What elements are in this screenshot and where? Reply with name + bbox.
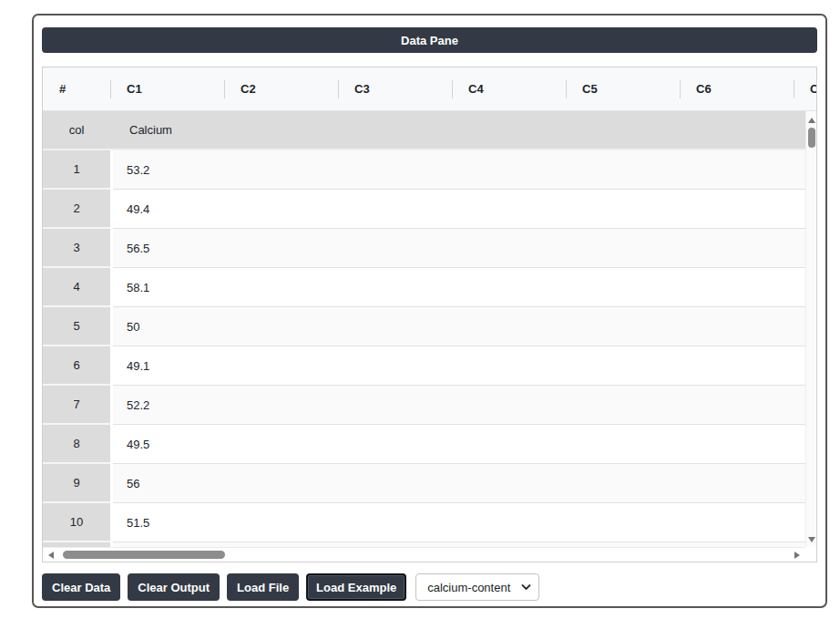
vertical-scrollbar-thumb[interactable]: [808, 128, 815, 148]
table-row: 4 58.1: [43, 268, 805, 307]
row-value-cell[interactable]: 49.4: [113, 190, 805, 229]
table-row: 5 50: [43, 307, 805, 346]
row-index-cell: 9: [43, 464, 110, 503]
column-header-label: #: [43, 82, 66, 96]
column-name-row: col Calcium: [43, 111, 805, 150]
column-header-label: C7: [794, 82, 816, 96]
column-header-c6: C6: [680, 67, 794, 110]
row-value-cell[interactable]: 49.5: [113, 425, 805, 464]
column-separator: [794, 80, 794, 98]
table-row: 7 52.2: [43, 386, 805, 425]
toolbar: Clear DataClear OutputLoad FileLoad Exam…: [42, 573, 817, 601]
scroll-right-arrow-icon[interactable]: [794, 552, 800, 559]
page-title: Data Pane: [42, 27, 817, 53]
row-index-cell: 6: [43, 346, 110, 386]
row-value-cell[interactable]: 56: [113, 464, 805, 503]
clear-output-button[interactable]: Clear Output: [128, 573, 220, 601]
column-separator: [566, 80, 567, 98]
column-separator: [452, 80, 453, 98]
load-example-button[interactable]: Load Example: [306, 573, 406, 601]
column-header-label: C5: [566, 82, 598, 96]
column-header-c4: C4: [452, 67, 566, 110]
horizontal-scrollbar[interactable]: [43, 547, 805, 562]
table-body: col Calcium 1 53.2 2 49.4 3 56.5 4 58.1 …: [43, 111, 805, 547]
column-header-label: C3: [338, 82, 370, 96]
row-value-cell[interactable]: 50: [113, 307, 805, 346]
row-index-cell: 10: [43, 503, 110, 542]
table-row: 6 49.1: [43, 346, 805, 386]
horizontal-scrollbar-thumb[interactable]: [63, 551, 225, 559]
row-index-cell: col: [43, 111, 110, 150]
scroll-up-arrow-icon[interactable]: [808, 118, 815, 123]
row-value-cell[interactable]: 56.5: [113, 229, 805, 268]
vertical-scrollbar[interactable]: [805, 111, 816, 547]
row-index-cell: 7: [43, 386, 110, 425]
scroll-down-arrow-icon[interactable]: [808, 537, 815, 542]
row-index-cell: 5: [43, 307, 110, 346]
example-select[interactable]: calcium-content: [415, 573, 539, 601]
row-index-cell: 2: [43, 190, 110, 229]
column-header-label: C2: [224, 82, 256, 96]
column-header-c1: C1: [110, 67, 224, 110]
column-header-c2: C2: [224, 67, 338, 110]
column-header-num: #: [43, 67, 110, 110]
row-index-cell: 3: [43, 229, 110, 268]
row-value-cell[interactable]: Calcium: [113, 111, 805, 150]
column-separator: [224, 80, 225, 98]
row-value-cell[interactable]: 51.5: [113, 503, 805, 542]
column-header-c3: C3: [338, 67, 452, 110]
clear-data-button[interactable]: Clear Data: [42, 573, 120, 601]
table-row: 2 49.4: [43, 190, 805, 229]
column-header-c7: C7: [794, 67, 816, 110]
table-row: 9 56: [43, 464, 805, 503]
table-row: 10 51.5: [43, 503, 805, 542]
column-header-label: C4: [452, 82, 484, 96]
row-index-cell: 4: [43, 268, 110, 307]
column-header-c5: C5: [566, 67, 680, 110]
column-separator: [338, 80, 339, 98]
row-value-cell[interactable]: 58.1: [113, 268, 805, 307]
column-header-label: C1: [110, 82, 142, 96]
row-value-cell[interactable]: 53.2: [113, 150, 805, 190]
scroll-left-arrow-icon[interactable]: [48, 552, 54, 559]
table-row: 8 49.5: [43, 425, 805, 464]
data-pane-window: Data Pane # C1 C2 C3 C4 C5 C6 C7 col Cal…: [32, 14, 827, 608]
table-header-row: # C1 C2 C3 C4 C5 C6 C7: [43, 67, 816, 111]
row-index-cell: 1: [43, 150, 110, 190]
load-file-button[interactable]: Load File: [227, 573, 299, 601]
row-value-cell[interactable]: 49.1: [113, 346, 805, 386]
table-row: 1 53.2: [43, 150, 805, 190]
toolbar-buttons: Clear DataClear OutputLoad FileLoad Exam…: [42, 573, 406, 601]
table-row: 3 56.5: [43, 229, 805, 268]
column-separator: [680, 80, 681, 98]
row-index-cell: 8: [43, 425, 110, 464]
column-separator: [110, 80, 111, 98]
column-header-label: C6: [680, 82, 712, 96]
example-select-wrap: calcium-content: [415, 573, 539, 601]
row-value-cell[interactable]: 52.2: [113, 386, 805, 425]
data-table-panel: # C1 C2 C3 C4 C5 C6 C7 col Calcium 1 53.…: [42, 67, 817, 562]
